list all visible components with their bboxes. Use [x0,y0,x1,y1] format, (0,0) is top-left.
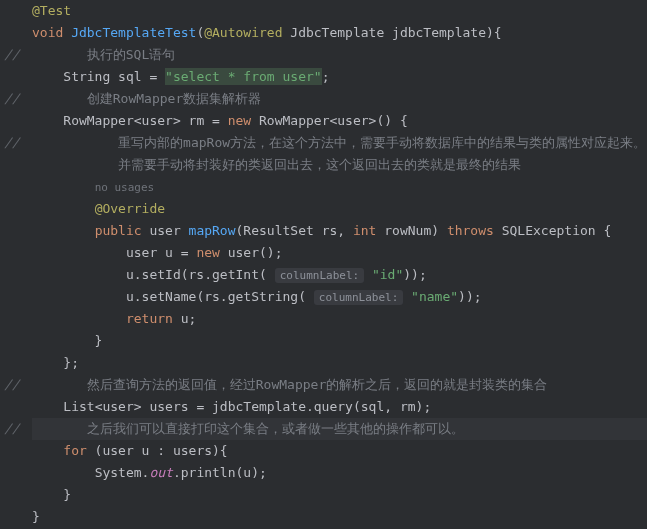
annotation-test: @Test [32,3,71,18]
code-line[interactable]: RowMapper<user> rm = new RowMapper<user>… [32,110,647,132]
var-rs: rs [204,289,220,304]
method-maprow: mapRow [189,223,236,238]
type-jdbctemplate: JdbcTemplate [290,25,384,40]
code-line[interactable]: 然后查询方法的返回值，经过RowMapper的解析之后，返回的就是封装类的集合 [32,374,647,396]
gutter-mark [0,154,30,176]
keyword-new: new [228,113,251,128]
type-rowmapper: RowMapper [259,113,329,128]
type-user: user [102,443,133,458]
call-query: query [314,399,353,414]
var-users: users [173,443,212,458]
keyword-new: new [196,245,219,260]
type-user: user [228,245,259,260]
gutter-mark: // [0,88,30,110]
code-line[interactable]: } [32,506,647,528]
type-user: user [102,399,133,414]
code-line[interactable]: } [32,484,647,506]
comment: 执行的SQL语句 [87,47,175,62]
gutter-mark [0,506,30,528]
code-line[interactable]: @Override [32,198,647,220]
string-literal: "name" [411,289,458,304]
code-line[interactable]: 执行的SQL语句 [32,44,647,66]
var-sql: sql [361,399,384,414]
var-u: u [243,465,251,480]
code-line[interactable]: 重写内部的mapRow方法，在这个方法中，需要手动将数据库中的结果与类的属性对应… [32,132,647,154]
gutter-mark [0,330,30,352]
var-rs: rs [189,267,205,282]
type-user: user [126,245,157,260]
type-system: System [95,465,142,480]
gutter-mark: // [0,44,30,66]
call-println: println [181,465,236,480]
keyword-void: void [32,25,63,40]
var-u: u [181,311,189,326]
gutter-mark [0,220,30,242]
code-line[interactable]: } [32,330,647,352]
gutter-mark [0,110,30,132]
keyword-return: return [126,311,173,326]
type-list: List [63,399,94,414]
call-setname: setName [142,289,197,304]
call-getstring: getString [228,289,298,304]
code-line[interactable]: System.out.println(u); [32,462,647,484]
keyword-throws: throws [447,223,494,238]
gutter-mark [0,264,30,286]
code-line[interactable]: void JdbcTemplateTest(@Autowired JdbcTem… [32,22,647,44]
hint-no-usages: no usages [95,181,155,194]
method-name: JdbcTemplateTest [71,25,196,40]
code-line[interactable]: List<user> users = jdbcTemplate.query(sq… [32,396,647,418]
code-line[interactable]: for (user u : users){ [32,440,647,462]
call-setid: setId [142,267,181,282]
gutter-mark [0,396,30,418]
gutter-mark: // [0,374,30,396]
gutter-mark: // [0,418,30,440]
code-line[interactable]: String sql = "select * from user"; [32,66,647,88]
var-users: users [149,399,188,414]
comment: 创建RowMapper数据集解析器 [87,91,261,106]
gutter: // // // // // [0,0,30,529]
code-line[interactable]: no usages [32,176,647,198]
code-line[interactable]: public user mapRow(ResultSet rs, int row… [32,220,647,242]
comment: 并需要手动将封装好的类返回出去，这个返回出去的类就是最终的结果 [118,157,521,172]
code-line[interactable]: @Test [32,0,647,22]
gutter-mark [0,0,30,22]
type-rowmapper: RowMapper [63,113,133,128]
field-out: out [149,465,172,480]
code-editor[interactable]: // // // // // @Test void JdbcTemplateTe… [0,0,647,529]
type-user: user [149,223,180,238]
var-sql: sql [118,69,141,84]
code-line[interactable]: 之后我们可以直接打印这个集合，或者做一些其他的操作都可以。 [32,418,647,440]
var-u: u [126,267,134,282]
code-line[interactable]: return u; [32,308,647,330]
var-u: u [142,443,150,458]
keyword-for: for [63,443,86,458]
code-line[interactable]: u.setName(rs.getString( columnLabel: "na… [32,286,647,308]
param-label: columnLabel: [275,268,364,283]
code-line[interactable]: 创建RowMapper数据集解析器 [32,88,647,110]
type-sqlexception: SQLException [502,223,596,238]
var-jdbctemplate: jdbcTemplate [212,399,306,414]
gutter-mark: // [0,132,30,154]
gutter-mark [0,308,30,330]
keyword-public: public [95,223,142,238]
code-line[interactable]: user u = new user(); [32,242,647,264]
comment: 之后我们可以直接打印这个集合，或者做一些其他的操作都可以。 [87,421,464,436]
gutter-mark [0,440,30,462]
gutter-mark [0,352,30,374]
var-rm: rm [400,399,416,414]
call-getint: getInt [212,267,259,282]
type-user: user [337,113,368,128]
string-literal: "id" [372,267,403,282]
code-area[interactable]: @Test void JdbcTemplateTest(@Autowired J… [30,0,647,529]
code-line[interactable]: u.setId(rs.getInt( columnLabel: "id")); [32,264,647,286]
gutter-mark [0,462,30,484]
annotation-override: @Override [95,201,165,216]
var-rm: rm [189,113,205,128]
code-line[interactable]: 并需要手动将封装好的类返回出去，这个返回出去的类就是最终的结果 [32,154,647,176]
var-u: u [126,289,134,304]
param-rownum: rowNum [384,223,431,238]
param-name: jdbcTemplate [392,25,486,40]
code-line[interactable]: }; [32,352,647,374]
var-u: u [165,245,173,260]
gutter-mark [0,286,30,308]
